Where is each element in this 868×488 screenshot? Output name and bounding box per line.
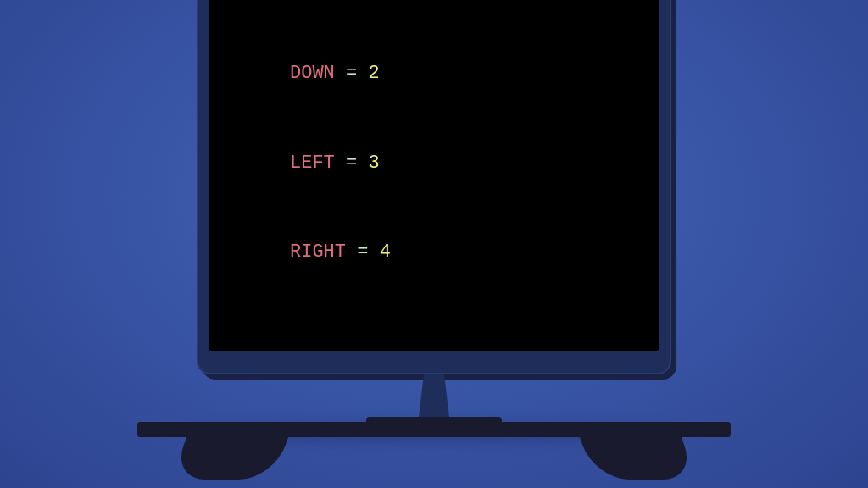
eq-right: = bbox=[346, 241, 380, 263]
monitor-stand-neck bbox=[409, 374, 459, 417]
code-line-left: LEFT = 3 bbox=[234, 148, 634, 178]
code-line-down: DOWN = 2 bbox=[234, 58, 634, 88]
code-block: from enum import Enum class Direction(En… bbox=[234, 0, 634, 327]
eq-down: = bbox=[335, 63, 369, 84]
screen: from enum import Enum class Direction(En… bbox=[209, 0, 659, 351]
val-left: 3 bbox=[368, 152, 379, 174]
scene: from enum import Enum class Direction(En… bbox=[0, 0, 868, 488]
monitor-frame: from enum import Enum class Direction(En… bbox=[197, 0, 671, 374]
member-left: LEFT bbox=[290, 152, 335, 174]
monitor-stand-base bbox=[366, 417, 502, 430]
member-right: RIGHT bbox=[290, 241, 346, 263]
code-line-right: RIGHT = 4 bbox=[234, 237, 634, 267]
val-right: 4 bbox=[380, 241, 391, 263]
monitor-wrapper: from enum import Enum class Direction(En… bbox=[197, 0, 671, 430]
eq-left: = bbox=[335, 152, 369, 174]
member-down: DOWN bbox=[290, 63, 335, 84]
val-down: 2 bbox=[368, 63, 379, 84]
